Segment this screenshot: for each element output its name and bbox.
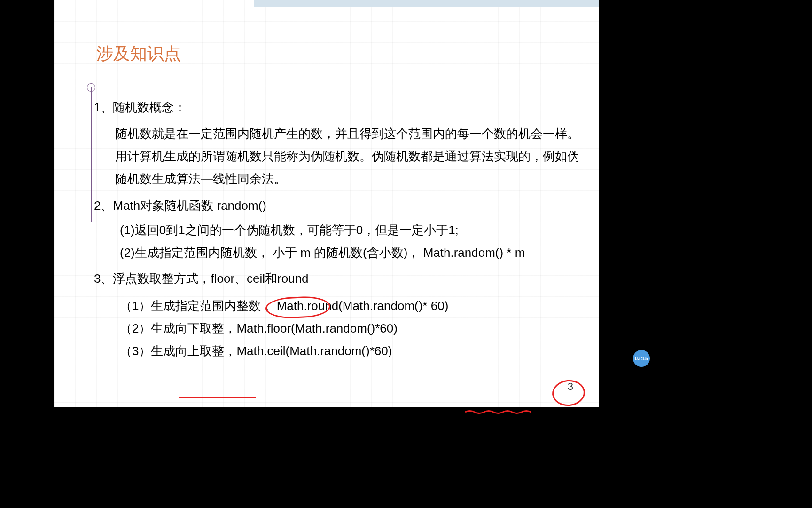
point-3-sub2: （2）生成向下取整，Math.floor(Math.random()*60): [94, 317, 580, 340]
annotation-wavy-underline: [465, 399, 533, 404]
decoration-hline: [94, 87, 186, 87]
decoration-vertical-left: [91, 87, 92, 222]
point-3-label: 浮点数取整方式，floor、ceil和round: [113, 271, 308, 286]
point-3-sub1: （1）生成指定范围内整数， Math.round(Math.random()* …: [94, 294, 580, 317]
point-2-num: 2、: [94, 198, 113, 213]
point-3-num: 3、: [94, 271, 113, 286]
point-3-heading: 3、浮点数取整方式，floor、ceil和round: [94, 268, 580, 290]
point-1-text: 随机数就是在一定范围内随机产生的数，并且得到这个范围内的每一个数的机会一样。用计…: [94, 122, 580, 190]
annotation-underline: [179, 397, 256, 398]
point-2-sub2-text: (2)生成指定范围内随机数， 小于 m 的随机数(含小数)， Math.rand…: [120, 246, 525, 260]
point-3-sub3: （3）生成向上取整，Math.ceil(Math.random()*60): [94, 340, 580, 362]
slide-content: 1、随机数概念： 随机数就是在一定范围内随机产生的数，并且得到这个范围内的每一个…: [94, 96, 580, 362]
point-1-heading: 1、随机数概念：: [94, 96, 580, 119]
point-1-num: 1、: [94, 100, 113, 114]
point-2-sub1: (1)返回0到1之间的一个伪随机数，可能等于0，但是一定小于1;: [94, 219, 580, 241]
point-1-label: 随机数概念：: [113, 100, 186, 114]
top-accent-bar: [254, 0, 599, 7]
point-2-sub2: (2)生成指定范围内随机数， 小于 m 的随机数(含小数)， Math.rand…: [94, 241, 580, 264]
point-2-label: Math对象随机函数 random(): [113, 198, 266, 213]
timestamp-badge[interactable]: 03:15: [633, 350, 650, 367]
slide-title: 涉及知识点: [96, 42, 181, 65]
page-number: 3: [568, 381, 573, 393]
decoration-line: [87, 87, 186, 96]
point-2-heading: 2、Math对象随机函数 random(): [94, 195, 580, 217]
slide-container: 涉及知识点 1、随机数概念： 随机数就是在一定范围内随机产生的数，并且得到这个范…: [54, 0, 599, 407]
